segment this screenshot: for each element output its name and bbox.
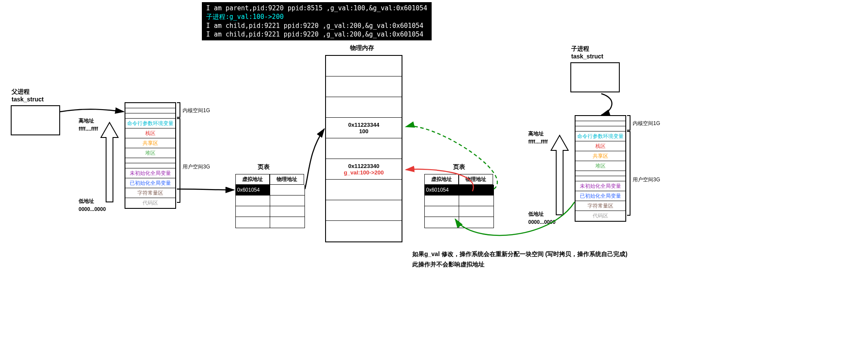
page-table-title: 页表 [453, 163, 465, 171]
physical-memory: 0x11223344 100 0x11223340 g_val:100->200 [325, 55, 402, 242]
terminal-line: I am child,pid:9221 ppid:9220 ,g_val:200… [206, 22, 423, 30]
terminal-line: I am child,pid:9221 ppid:9220 ,g_val:200… [206, 31, 423, 38]
page-table-title: 页表 [258, 163, 270, 171]
high-addr-val: ffff....ffff [79, 126, 98, 132]
child-task-struct-box [570, 62, 620, 92]
bss-section: 未初始化全局变量 [125, 168, 175, 178]
kernel-space [576, 121, 625, 126]
parent-title: 父进程 task_struct [12, 88, 44, 103]
cmdline-section: 命令行参数环境变量 [125, 119, 175, 128]
bracket-icon [628, 131, 630, 216]
kernel-space [125, 103, 175, 108]
bss-section: 未初始化全局变量 [576, 181, 625, 191]
user-space-label: 用户空间3G [183, 163, 210, 171]
bracket-icon [178, 118, 180, 203]
kernel-space [125, 108, 175, 113]
rodata-section: 字符常量区 [576, 201, 625, 211]
footnote: 如果g_val 修改，操作系统会在重新分配一块空间 (写时拷贝，操作系统自己完成… [412, 250, 627, 269]
terminal-output: I am parent,pid:9220 ppid:8515 ,g_val:10… [202, 2, 432, 40]
cmdline-section: 命令行参数环境变量 [576, 131, 625, 141]
low-addr-val: 0000...0000 [79, 206, 106, 212]
shared-section: 共享区 [576, 151, 625, 161]
page-table-col-virtual: 虚拟地址 [424, 174, 459, 185]
up-arrow-icon [549, 133, 570, 219]
child-page-table: 虚拟地址 物理地址 0x601054 [424, 174, 494, 228]
svg-marker-0 [101, 122, 118, 202]
bracket-icon [178, 102, 180, 118]
text-section: 代码区 [125, 198, 175, 208]
page-table-col-physical: 物理地址 [270, 174, 304, 185]
phys-cell-original: 0x11223344 100 [326, 118, 402, 138]
data-section: 已初始化全局变量 [576, 191, 625, 201]
stack-section: 栈区 [576, 141, 625, 151]
up-arrow-icon [99, 120, 120, 206]
terminal-line-highlight: 子进程:g_val:100->200 [206, 13, 283, 21]
bracket-icon [628, 115, 630, 131]
page-table-col-virtual: 虚拟地址 [235, 174, 270, 185]
child-title: 子进程 task_struct [571, 45, 603, 60]
stack-section: 栈区 [125, 128, 175, 138]
high-addr-label: 高地址 [79, 117, 94, 125]
phys-mem-title: 物理内存 [350, 44, 374, 52]
parent-page-table: 虚拟地址 物理地址 0x601054 [235, 174, 305, 228]
kernel-space [576, 126, 625, 131]
child-memory-layout: 命令行参数环境变量 栈区 共享区 堆区 未初始化全局变量 已初始化全局变量 字符… [575, 115, 626, 222]
low-addr-label: 低地址 [79, 198, 94, 205]
parent-memory-layout: 命令行参数环境变量 栈区 共享区 堆区 未初始化全局变量 已初始化全局变量 字符… [125, 102, 176, 209]
high-addr-val: ffff....ffff [528, 139, 548, 145]
rodata-section: 字符常量区 [125, 188, 175, 198]
page-table-col-physical: 物理地址 [459, 174, 493, 185]
heap-section: 堆区 [125, 148, 175, 158]
high-addr-label: 高地址 [528, 130, 544, 137]
kernel-space-label: 内核空间1G [633, 120, 660, 127]
data-section: 已初始化全局变量 [125, 178, 175, 188]
text-section: 代码区 [576, 211, 625, 221]
shared-section: 共享区 [125, 138, 175, 148]
heap-section: 堆区 [576, 161, 625, 171]
low-addr-label: 低地址 [528, 211, 544, 218]
kernel-space [576, 116, 625, 121]
phys-cell-cow: 0x11223340 g_val:100->200 [326, 159, 402, 180]
parent-task-struct-box [11, 105, 60, 135]
terminal-line: I am parent,pid:9220 ppid:8515 ,g_val:10… [206, 4, 427, 12]
low-addr-val: 0000...0000 [528, 219, 555, 225]
svg-marker-1 [551, 135, 568, 215]
user-space-label: 用户空间3G [633, 176, 660, 183]
page-table-entry: 0x601054 [425, 185, 459, 195]
page-table-entry: 0x601054 [236, 185, 270, 195]
kernel-space [125, 113, 175, 119]
kernel-space-label: 内核空间1G [183, 107, 210, 114]
